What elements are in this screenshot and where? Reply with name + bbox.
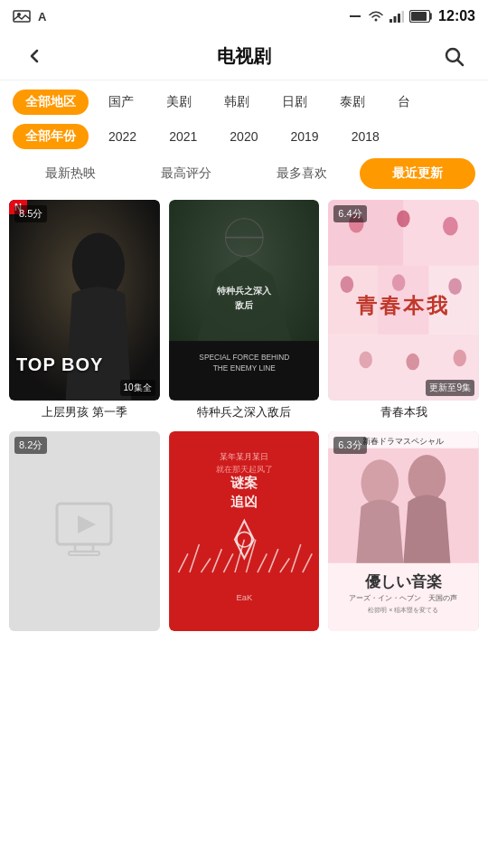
minus-status-icon [348, 10, 362, 23]
year-filter-2020[interactable]: 2020 [217, 125, 270, 148]
tv-placeholder-icon [52, 499, 116, 562]
svg-point-68 [361, 459, 399, 506]
svg-line-12 [458, 61, 464, 66]
sort-tab-rating[interactable]: 最高评分 [128, 158, 244, 189]
status-right-icons: 12:03 [348, 8, 475, 24]
svg-text:某年某月某日: 某年某月某日 [220, 452, 268, 461]
list-item[interactable]: 8.2分 [9, 431, 160, 637]
header: 电视剧 [0, 33, 488, 80]
topboy-title-overlay: TOP BOY [16, 354, 103, 375]
show-title-topboy: 上层男孩 第一季 [9, 405, 160, 420]
svg-point-33 [397, 210, 410, 227]
svg-text:EaK: EaK [236, 593, 252, 602]
score-badge-qingchun: 6.4分 [333, 205, 366, 222]
svg-point-39 [407, 354, 420, 371]
year-filter-row: 全部年份 2022 2021 2020 2019 2018 [13, 124, 475, 149]
list-item[interactable]: 優しい音楽 アーズ・イン・ヘブン 天国の声 松節明 × 稲本塁を変てる 新春ドラ… [328, 431, 479, 637]
svg-rect-7 [398, 14, 400, 23]
svg-rect-42 [75, 544, 93, 552]
poster-mimi: 谜案 追凶 [169, 431, 320, 632]
episode-badge-qingchun: 更新至9集 [426, 380, 474, 396]
region-filter-hanju[interactable]: 韩剧 [211, 90, 262, 115]
list-item[interactable]: 青春本我 6.4分 更新至9集 青春本我 [328, 200, 479, 420]
year-filter-2019[interactable]: 2019 [277, 125, 331, 148]
svg-text:アーズ・イン・ヘブン　天国の声: アーズ・イン・ヘブン 天国の声 [350, 593, 458, 602]
svg-point-38 [360, 352, 373, 369]
svg-point-40 [454, 349, 467, 366]
year-filter-2018[interactable]: 2018 [339, 125, 392, 148]
sort-tab-hot[interactable]: 最新热映 [13, 158, 128, 189]
list-item[interactable]: N 8.5分 TOP BOY 10集全 上层男孩 第一季 [9, 200, 160, 420]
region-filter-meiju[interactable]: 美剧 [154, 90, 204, 115]
page-title: 电视剧 [217, 44, 271, 69]
poster-topboy: N 8.5分 TOP BOY 10集全 [9, 200, 160, 401]
region-filter-taiju[interactable]: 泰剧 [327, 90, 378, 115]
svg-text:谜案: 谜案 [230, 475, 258, 490]
list-item[interactable]: 谜案 追凶 [169, 431, 320, 637]
svg-point-34 [443, 217, 458, 236]
region-filter-row: 全部地区 国产 美剧 韩剧 日剧 泰剧 台 [13, 90, 475, 115]
font-status-icon: A [36, 9, 51, 24]
svg-text:A: A [38, 10, 47, 24]
score-badge-topboy: 8.5分 [14, 205, 47, 222]
svg-rect-6 [394, 16, 397, 23]
svg-point-69 [408, 455, 446, 502]
svg-text:優しい音楽: 優しい音楽 [364, 571, 442, 590]
svg-rect-10 [411, 12, 427, 21]
back-button[interactable] [18, 40, 51, 72]
tezhong-artwork: 特种兵之深入 敌后 SPECIAL FORCE BEHIND THE ENEMY… [169, 200, 320, 401]
svg-text:追凶: 追凶 [230, 495, 258, 509]
region-filter-tai[interactable]: 台 [385, 90, 423, 115]
shows-grid: N 8.5分 TOP BOY 10集全 上层男孩 第一季 [0, 200, 488, 636]
score-badge-gentle: 6.3分 [333, 437, 366, 454]
back-icon [23, 45, 45, 67]
show-title-tezhong: 特种兵之深入敌后 [169, 405, 320, 420]
svg-text:敌后: 敌后 [235, 300, 254, 310]
status-time: 12:03 [438, 8, 475, 24]
search-button[interactable] [437, 40, 470, 72]
year-filter-all[interactable]: 全部年份 [13, 124, 89, 149]
battery-status-icon [409, 10, 433, 23]
score-badge-placeholder: 8.2分 [14, 437, 47, 454]
svg-text:新春ドラマスペシャル: 新春ドラマスペシャル [363, 436, 445, 445]
svg-text:THE ENEMY LINE: THE ENEMY LINE [212, 363, 276, 373]
image-status-icon [13, 10, 31, 23]
svg-rect-8 [402, 11, 405, 23]
filter-section: 全部地区 国产 美剧 韩剧 日剧 泰剧 台 全部年份 2022 2021 202… [0, 80, 488, 149]
status-bar: A 12:03 [0, 0, 488, 33]
svg-rect-5 [389, 19, 392, 23]
region-filter-guochan[interactable]: 国产 [96, 90, 146, 115]
episode-badge-topboy: 10集全 [120, 380, 155, 396]
svg-point-37 [449, 278, 463, 295]
mimi-artwork: 谜案 追凶 [169, 431, 320, 632]
region-filter-riju[interactable]: 日剧 [269, 90, 320, 115]
svg-rect-26 [404, 200, 479, 266]
signal-status-icon [389, 10, 404, 23]
qingchun-artwork: 青春本我 [328, 200, 479, 401]
list-item[interactable]: 特种兵之深入 敌后 SPECIAL FORCE BEHIND THE ENEMY… [169, 200, 320, 420]
search-icon [443, 45, 465, 67]
sort-row: 最新热映 最高评分 最多喜欢 最近更新 [0, 158, 488, 189]
sort-tab-updated[interactable]: 最近更新 [360, 158, 475, 189]
year-filter-2021[interactable]: 2021 [156, 125, 210, 148]
gentle-artwork: 優しい音楽 アーズ・イン・ヘブン 天国の声 松節明 × 稲本塁を変てる 新春ドラ… [328, 431, 479, 632]
svg-text:松節明 × 稲本塁を変てる: 松節明 × 稲本塁を変てる [369, 605, 439, 613]
svg-text:特种兵之深入: 特种兵之深入 [216, 286, 272, 296]
svg-text:SPECIAL FORCE BEHIND: SPECIAL FORCE BEHIND [199, 353, 289, 362]
show-title-qingchun: 青春本我 [328, 405, 479, 420]
poster-tezhong: 特种兵之深入 敌后 SPECIAL FORCE BEHIND THE ENEMY… [169, 200, 320, 401]
svg-marker-44 [78, 515, 96, 533]
poster-placeholder: 8.2分 [9, 431, 160, 632]
status-left-icons: A [13, 9, 51, 24]
svg-point-36 [392, 274, 406, 291]
poster-gentle: 優しい音楽 アーズ・イン・ヘブン 天国の声 松節明 × 稲本塁を変てる 新春ドラ… [328, 431, 479, 632]
svg-text:就在那天起风了: 就在那天起风了 [215, 464, 272, 473]
svg-point-4 [375, 19, 378, 22]
svg-text:青春本我: 青春本我 [356, 294, 451, 317]
region-filter-all[interactable]: 全部地区 [13, 90, 89, 115]
sort-tab-liked[interactable]: 最多喜欢 [244, 158, 360, 189]
svg-rect-43 [69, 552, 99, 555]
wifi-icon [368, 10, 384, 23]
year-filter-2022[interactable]: 2022 [96, 125, 149, 148]
poster-qingchun: 青春本我 6.4分 更新至9集 [328, 200, 479, 401]
